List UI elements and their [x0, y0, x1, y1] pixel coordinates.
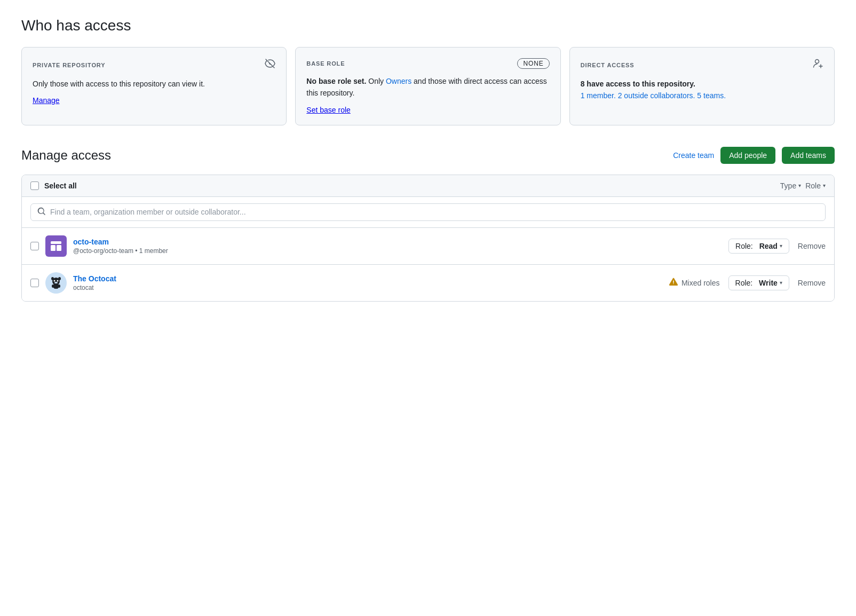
collaborators-link[interactable]: 2 outside collaborators. — [618, 91, 695, 100]
type-filter-label: Type — [780, 181, 796, 190]
octocat-remove-button[interactable]: Remove — [798, 279, 826, 287]
private-repo-label: PRIVATE REPOSITORY — [33, 62, 105, 68]
manage-link[interactable]: Manage — [33, 96, 60, 105]
cards-row: PRIVATE REPOSITORY Only those with acces… — [21, 47, 835, 125]
octocat-role-button[interactable]: Role: Write ▾ — [728, 275, 789, 290]
svg-point-8 — [54, 280, 56, 281]
header-actions: Create team Add people Add teams — [673, 147, 835, 164]
octo-team-name[interactable]: octo-team — [73, 238, 109, 246]
eye-off-icon — [265, 58, 275, 72]
table-row: octo-team @octo-org/octo-team • 1 member… — [22, 228, 834, 265]
svg-point-6 — [51, 277, 54, 280]
octo-team-avatar — [45, 235, 67, 257]
member-link[interactable]: 1 member. — [581, 91, 616, 100]
card-label-base-role: BASE ROLE None — [306, 58, 549, 69]
teams-link[interactable]: 5 teams. — [697, 91, 726, 100]
direct-access-label: DIRECT ACCESS — [581, 62, 635, 68]
base-role-card: BASE ROLE None No base role set. Only Ow… — [295, 47, 560, 125]
add-people-button[interactable]: Add people — [720, 147, 775, 164]
svg-point-7 — [58, 277, 61, 280]
octocat-name[interactable]: The Octocat — [73, 274, 116, 283]
private-repo-body-text: Only those with access to this repositor… — [33, 80, 205, 88]
select-all-text: Select all — [44, 181, 77, 190]
role-label-text: Role: — [735, 242, 753, 250]
card-label-private: PRIVATE REPOSITORY — [33, 58, 275, 72]
svg-point-10 — [54, 282, 58, 283]
direct-access-card: DIRECT ACCESS 8 have access to this repo… — [569, 47, 835, 125]
row-checkbox-octocat[interactable] — [30, 279, 39, 287]
table-header-row: Select all Type ▾ Role ▾ — [22, 175, 834, 197]
svg-point-15 — [53, 283, 59, 289]
octocat-info: The Octocat octocat — [73, 274, 662, 291]
octo-team-sub: @octo-org/octo-team • 1 member — [73, 247, 722, 255]
add-teams-button[interactable]: Add teams — [782, 147, 835, 164]
octocat-sub: octocat — [73, 284, 662, 291]
role-caret: ▾ — [780, 280, 782, 286]
warning-icon — [669, 277, 678, 289]
search-icon — [37, 207, 46, 217]
direct-access-body: 8 have access to this repository. 1 memb… — [581, 78, 823, 102]
table-filters: Type ▾ Role ▾ — [780, 181, 826, 190]
manage-access-header: Manage access Create team Add people Add… — [21, 147, 835, 164]
person-add-icon — [813, 58, 823, 72]
svg-point-0 — [815, 60, 819, 64]
role-filter-label: Role — [805, 181, 821, 190]
role-value-text: Read — [759, 242, 778, 250]
select-all-checkbox[interactable] — [30, 181, 39, 190]
role-caret: ▾ — [780, 243, 782, 249]
base-role-label: BASE ROLE — [306, 60, 345, 67]
octocat-actions: Mixed roles Role: Write ▾ Remove — [669, 275, 826, 290]
octo-team-actions: Role: Read ▾ Remove — [728, 239, 826, 254]
direct-access-count: 8 have access to this repository. — [581, 80, 695, 88]
type-filter-caret: ▾ — [798, 183, 801, 188]
select-all-label[interactable]: Select all — [30, 181, 780, 190]
octocat-avatar — [45, 272, 67, 294]
set-base-role-link[interactable]: Set base role — [306, 106, 351, 114]
private-repo-body: Only those with access to this repositor… — [33, 78, 275, 90]
octo-team-remove-button[interactable]: Remove — [798, 242, 826, 250]
none-badge: None — [517, 58, 549, 69]
search-input[interactable] — [50, 208, 819, 216]
card-label-direct: DIRECT ACCESS — [581, 58, 823, 72]
search-row — [22, 197, 834, 228]
search-input-wrap — [30, 203, 826, 221]
role-filter-button[interactable]: Role ▾ — [805, 181, 826, 190]
base-role-body: No base role set. Only Owners and those … — [306, 75, 549, 99]
type-filter-button[interactable]: Type ▾ — [780, 181, 801, 190]
base-role-intro: Only — [368, 77, 386, 85]
access-table: Select all Type ▾ Role ▾ — [21, 175, 835, 302]
svg-point-9 — [57, 280, 59, 281]
octo-team-role-button[interactable]: Role: Read ▾ — [728, 239, 789, 254]
svg-point-16 — [673, 283, 674, 285]
role-filter-caret: ▾ — [823, 183, 826, 188]
mixed-roles-text: Mixed roles — [681, 279, 720, 287]
base-role-bold: No base role set. — [306, 77, 366, 85]
role-value-text: Write — [759, 279, 778, 287]
owners-link[interactable]: Owners — [386, 77, 411, 85]
role-label-text: Role: — [735, 279, 753, 287]
octo-team-info: octo-team @octo-org/octo-team • 1 member — [73, 238, 722, 255]
svg-rect-2 — [51, 245, 56, 251]
create-team-link[interactable]: Create team — [673, 151, 714, 160]
mixed-roles-badge: Mixed roles — [669, 277, 720, 289]
private-repo-card: PRIVATE REPOSITORY Only those with acces… — [21, 47, 287, 125]
page-title: Who has access — [21, 17, 835, 34]
manage-access-title: Manage access — [21, 148, 111, 163]
svg-rect-3 — [57, 245, 61, 251]
row-checkbox-octo-team[interactable] — [30, 242, 39, 250]
svg-rect-1 — [51, 241, 61, 244]
table-row: The Octocat octocat Mixed roles Role: Wr… — [22, 265, 834, 301]
